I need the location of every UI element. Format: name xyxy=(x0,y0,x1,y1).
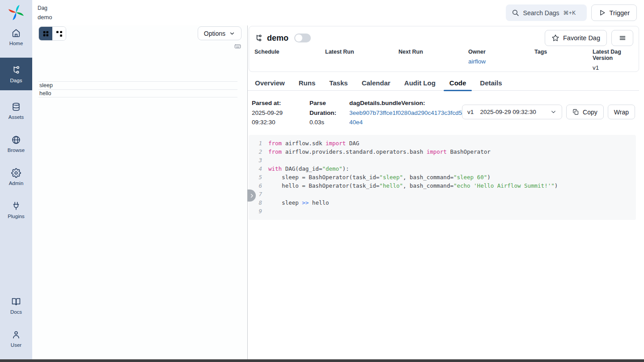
field-value xyxy=(254,58,325,65)
parse-duration-label: Parse Duration: xyxy=(309,98,341,118)
airflow-app: HomeDagsAssetsBrowseAdminPlugins DocsUse… xyxy=(0,0,644,362)
line-number: 5 xyxy=(249,173,262,181)
search-placeholder: Search Dags xyxy=(523,9,559,17)
dag-field-latest-run: Latest Run xyxy=(325,49,398,72)
version-select-version: v1 xyxy=(467,107,474,117)
breadcrumb: Dag demo xyxy=(38,5,52,21)
dag-detail-panel: demo Favorite Dag Sche xyxy=(248,25,644,359)
options-label: Options xyxy=(204,30,225,37)
search-input[interactable]: Search Dags ⌘+K xyxy=(506,4,587,21)
sidebar-item-label: Dags xyxy=(10,78,22,83)
keyboard-shortcuts-icon[interactable] xyxy=(234,43,242,50)
search-shortcut: ⌘+K xyxy=(564,10,576,16)
bundle-version-field: dagDetails.bundleVersion: 3eeb907b73ffce… xyxy=(349,98,462,127)
parse-duration-field: Parse Duration: 0.03s xyxy=(309,98,341,127)
line-content: from airflow.providers.standard.operator… xyxy=(262,147,491,156)
tab-code[interactable]: Code xyxy=(449,76,466,90)
line-content: sleep >> hello xyxy=(262,198,329,207)
toggle-knob xyxy=(295,34,302,42)
clipboard-icon xyxy=(572,109,579,115)
bundle-version-value[interactable]: 3eeb907b73ffce1f0280ad290c4173c3fcd540e4 xyxy=(349,108,462,127)
topbar-actions: Search Dags ⌘+K Trigger xyxy=(506,4,637,21)
sidebar-nav: HomeDagsAssetsBrowseAdminPlugins xyxy=(0,25,32,223)
tab-audit-log[interactable]: Audit Log xyxy=(404,76,436,90)
dag-version-select[interactable]: v1 2025-09-29 09:32:30 xyxy=(462,105,562,119)
bundle-version-label: dagDetails.bundleVersion: xyxy=(349,98,462,108)
sidebar-item-label: Home xyxy=(9,41,23,46)
dag-pause-toggle[interactable] xyxy=(294,34,311,42)
dag-source-code[interactable]: 1from airflow.sdk import DAG2from airflo… xyxy=(249,135,636,220)
parsed-at-value: 2025-09-29 09:32:30 xyxy=(252,108,290,127)
code-line: 5 sleep = BashOperator(task_id="sleep", … xyxy=(249,173,636,181)
code-line: 2from airflow.providers.standard.operato… xyxy=(249,147,636,156)
line-number: 4 xyxy=(249,164,262,173)
field-value xyxy=(325,58,398,65)
line-content xyxy=(262,207,268,215)
chevron-down-icon xyxy=(229,30,235,37)
sidebar-item-label: Admin xyxy=(9,181,24,186)
play-icon xyxy=(598,9,606,17)
dag-field-schedule: Schedule xyxy=(254,49,325,72)
task-grid: sleephello xyxy=(38,81,237,97)
admin-icon xyxy=(11,168,21,178)
breadcrumb-page: demo xyxy=(38,14,52,21)
copy-button[interactable]: Copy xyxy=(566,105,604,119)
field-value[interactable]: airflow xyxy=(468,58,534,65)
dag-field-owner: Ownerairflow xyxy=(468,49,534,72)
graph-view-button[interactable] xyxy=(52,27,66,40)
favorite-dag-label: Favorite Dag xyxy=(563,34,600,42)
dag-menu-button[interactable] xyxy=(611,30,633,46)
field-label: Owner xyxy=(468,49,534,55)
chevron-down-icon xyxy=(550,109,557,115)
sidebar-item-plugins[interactable]: Plugins xyxy=(0,198,32,223)
browse-icon xyxy=(11,135,21,145)
tab-details[interactable]: Details xyxy=(480,76,502,90)
dag-graph-panel: Options sleephello xyxy=(32,25,247,359)
dag-fields: ScheduleLatest RunNext RunOwnerairflowTa… xyxy=(254,49,633,72)
tab-calendar[interactable]: Calendar xyxy=(362,76,390,90)
sidebar-item-admin[interactable]: Admin xyxy=(0,164,32,189)
sidebar-item-docs[interactable]: Docs xyxy=(0,293,32,318)
code-line: 3 xyxy=(249,156,636,164)
topbar: Dag demo Search Dags ⌘+K Trigger xyxy=(32,0,644,25)
wrap-button[interactable]: Wrap xyxy=(608,105,635,119)
sidebar-item-browse[interactable]: Browse xyxy=(0,131,32,156)
home-icon xyxy=(11,28,21,38)
grid-view-button[interactable] xyxy=(39,27,52,40)
code-line: 9 xyxy=(249,207,636,215)
line-content: sleep = BashOperator(task_id="sleep", ba… xyxy=(262,173,491,181)
search-icon xyxy=(512,9,519,17)
sidebar-item-home[interactable]: Home xyxy=(0,25,32,50)
field-value xyxy=(398,58,468,65)
version-select-datetime: 2025-09-29 09:32:30 xyxy=(480,107,536,117)
task-row-sleep[interactable]: sleep xyxy=(38,81,237,89)
line-number: 9 xyxy=(249,207,262,215)
sidebar-footer-nav: DocsUser xyxy=(0,293,32,359)
tab-tasks[interactable]: Tasks xyxy=(329,76,347,90)
airflow-pinwheel-logo[interactable] xyxy=(8,4,25,21)
code-line: 7 xyxy=(249,190,636,198)
tab-overview[interactable]: Overview xyxy=(255,76,285,90)
sidebar-item-user[interactable]: User xyxy=(0,326,32,351)
code-line: 6 hello = BashOperator(task_id="hello", … xyxy=(249,181,636,190)
breadcrumb-label[interactable]: Dag xyxy=(38,5,52,11)
line-content xyxy=(262,190,268,198)
line-number: 2 xyxy=(249,147,262,156)
code-line: 4with DAG(dag_id="demo"): xyxy=(249,164,636,173)
sidebar-item-label: Docs xyxy=(10,309,22,315)
tab-runs[interactable]: Runs xyxy=(299,76,316,90)
line-content: from airflow.sdk import DAG xyxy=(262,139,359,147)
field-value: v1 xyxy=(593,64,642,72)
parsed-at-field: Parsed at: 2025-09-29 09:32:30 xyxy=(252,98,290,127)
parse-duration-value: 0.03s xyxy=(309,118,341,127)
code-meta-row: Parsed at: 2025-09-29 09:32:30 Parse Dur… xyxy=(252,98,635,127)
options-button[interactable]: Options xyxy=(198,26,242,40)
favorite-dag-button[interactable]: Favorite Dag xyxy=(545,30,607,46)
task-row-hello[interactable]: hello xyxy=(38,89,237,97)
sidebar-item-assets[interactable]: Assets xyxy=(0,98,32,123)
trigger-button[interactable]: Trigger xyxy=(591,4,637,21)
sidebar-item-dags[interactable]: Dags xyxy=(0,58,32,90)
field-label: Latest Dag Version xyxy=(593,49,642,61)
code-line: 8 sleep >> hello xyxy=(249,198,636,207)
trigger-label: Trigger xyxy=(610,9,630,17)
